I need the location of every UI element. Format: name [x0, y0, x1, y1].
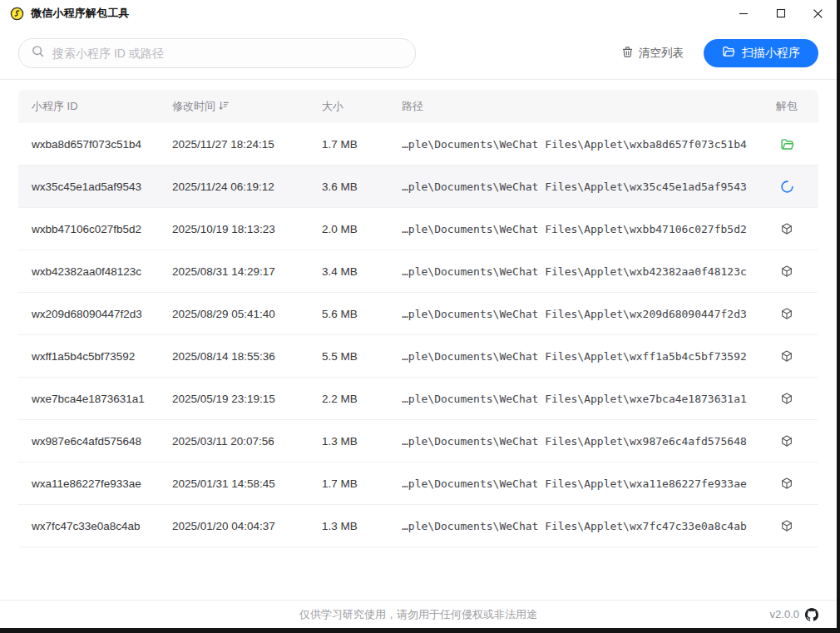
scan-button[interactable]: 扫描小程序 [704, 39, 818, 67]
miniprogram-id: wxb42382aa0f48123c [32, 265, 172, 278]
miniprogram-id: wxe7bca4e1873631a1 [32, 393, 172, 405]
file-size: 2.0 MB [322, 223, 402, 235]
screen-edge-right [837, 0, 840, 633]
table-row[interactable]: wx209d68090447f2d3 2025/08/29 05:41:40 5… [18, 293, 818, 335]
file-size: 5.6 MB [322, 308, 402, 320]
app-logo-icon [10, 7, 24, 21]
modified-time: 2025/05/19 23:19:15 [172, 393, 322, 405]
maximize-button[interactable] [762, 0, 799, 27]
loading-spinner-icon [778, 178, 795, 195]
file-size: 1.7 MB [322, 477, 402, 490]
file-path: …ple\Documents\WeChat Files\Applet\wxe7b… [402, 393, 768, 405]
table-row[interactable]: wxba8d657f073c51b4 2025/11/27 18:24:15 1… [18, 123, 818, 166]
file-path: …ple\Documents\WeChat Files\Applet\wxa11… [402, 477, 768, 490]
disclaimer-text: 仅供学习研究使用，请勿用于任何侵权或非法用途 [299, 607, 537, 622]
folder-open-icon [722, 45, 735, 61]
unpack-package-icon[interactable] [778, 475, 795, 492]
file-size: 3.6 MB [322, 181, 402, 193]
table-row[interactable]: wx987e6c4afd575648 2025/03/11 20:07:56 1… [18, 420, 818, 462]
toolbar: 清空列表 扫描小程序 [0, 27, 837, 80]
modified-time: 2025/08/14 18:55:36 [172, 350, 322, 363]
file-path: …ple\Documents\WeChat Files\Applet\wxba8… [402, 138, 768, 151]
unpack-package-icon[interactable] [778, 305, 795, 322]
file-path: …ple\Documents\WeChat Files\Applet\wx209… [402, 308, 768, 320]
table-row[interactable]: wxff1a5b4c5bf73592 2025/08/14 18:55:36 5… [18, 335, 818, 378]
file-size: 2.2 MB [322, 393, 402, 405]
miniprogram-id: wxbb47106c027fb5d2 [32, 223, 172, 235]
clear-list-label: 清空列表 [639, 46, 684, 61]
miniprogram-id: wx209d68090447f2d3 [32, 308, 172, 320]
file-size: 3.4 MB [322, 265, 402, 278]
table-row[interactable]: wx35c45e1ad5af9543 2025/11/24 06:19:12 3… [18, 166, 818, 208]
file-path: …ple\Documents\WeChat Files\Applet\wxff1… [402, 350, 768, 363]
file-path: …ple\Documents\WeChat Files\Applet\wx35c… [402, 181, 768, 193]
header-unpack: 解包 [768, 99, 805, 114]
unpack-package-icon[interactable] [778, 263, 795, 279]
table-header: 小程序 ID 修改时间 大小 路径 解包 [18, 90, 818, 123]
open-folder-result-icon[interactable] [778, 136, 795, 152]
trash-icon [621, 46, 634, 61]
file-path: …ple\Documents\WeChat Files\Applet\wxb42… [402, 265, 768, 278]
miniprogram-id: wx987e6c4afd575648 [32, 435, 172, 448]
modified-time: 2025/01/31 14:58:45 [172, 477, 322, 490]
window-controls [724, 0, 837, 27]
file-path: …ple\Documents\WeChat Files\Applet\wx987… [402, 435, 768, 448]
screen-edge-bottom [0, 628, 840, 633]
table-row[interactable]: wxa11e86227fe933ae 2025/01/31 14:58:45 1… [18, 462, 818, 505]
file-size: 5.5 MB [322, 350, 402, 363]
file-size: 1.3 MB [322, 435, 402, 448]
table-row[interactable]: wxbb47106c027fb5d2 2025/10/19 18:13:23 2… [18, 208, 818, 250]
file-size: 1.3 MB [322, 520, 402, 532]
unpack-package-icon[interactable] [778, 433, 795, 449]
search-input[interactable] [52, 47, 403, 60]
unpack-package-icon[interactable] [778, 517, 795, 534]
unpack-package-icon[interactable] [778, 348, 795, 364]
minimize-button[interactable] [724, 0, 762, 27]
header-path: 路径 [402, 99, 768, 114]
modified-time: 2025/08/29 05:41:40 [172, 308, 322, 320]
table-row[interactable]: wx7fc47c33e0a8c4ab 2025/01/20 04:04:37 1… [18, 505, 818, 547]
miniprogram-id: wxba8d657f073c51b4 [32, 138, 172, 151]
titlebar: 微信小程序解包工具 [0, 0, 837, 27]
table-row[interactable]: wxb42382aa0f48123c 2025/08/31 14:29:17 3… [18, 250, 818, 293]
file-path: …ple\Documents\WeChat Files\Applet\wxbb4… [402, 223, 768, 235]
close-button[interactable] [799, 0, 837, 27]
modified-time: 2025/08/31 14:29:17 [172, 265, 322, 278]
file-size: 1.7 MB [322, 138, 402, 151]
search-icon [31, 44, 45, 62]
miniprogram-id: wxff1a5b4c5bf73592 [32, 350, 172, 363]
github-icon[interactable] [805, 608, 818, 621]
scan-button-label: 扫描小程序 [742, 46, 800, 61]
miniprogram-id: wxa11e86227fe933ae [32, 477, 172, 490]
header-size: 大小 [322, 99, 402, 114]
unpack-package-icon[interactable] [778, 220, 795, 237]
clear-list-button[interactable]: 清空列表 [621, 46, 684, 61]
modified-time: 2025/10/19 18:13:23 [172, 223, 322, 235]
header-mtime-sortable[interactable]: 修改时间 [172, 99, 322, 114]
file-path: …ple\Documents\WeChat Files\Applet\wx7fc… [402, 520, 768, 532]
window-title: 微信小程序解包工具 [31, 6, 130, 21]
modified-time: 2025/11/24 06:19:12 [172, 181, 322, 193]
table-row[interactable]: wxe7bca4e1873631a1 2025/05/19 23:19:15 2… [18, 378, 818, 420]
unpack-package-icon[interactable] [778, 390, 795, 407]
miniprogram-id: wx35c45e1ad5af9543 [32, 181, 172, 193]
modified-time: 2025/11/27 18:24:15 [172, 138, 322, 151]
sort-descending-icon [218, 100, 230, 114]
miniprogram-table: 小程序 ID 修改时间 大小 路径 解包 wxba8d657f073c51b [0, 80, 837, 600]
modified-time: 2025/01/20 04:04:37 [172, 520, 322, 532]
app-window: 微信小程序解包工具 [0, 0, 837, 628]
table-body: wxba8d657f073c51b4 2025/11/27 18:24:15 1… [18, 123, 818, 547]
header-id: 小程序 ID [32, 99, 172, 114]
version-label: v2.0.0 [770, 608, 799, 621]
search-box[interactable] [18, 38, 416, 68]
modified-time: 2025/03/11 20:07:56 [172, 435, 322, 448]
miniprogram-id: wx7fc47c33e0a8c4ab [32, 520, 172, 532]
footer: 仅供学习研究使用，请勿用于任何侵权或非法用途 v2.0.0 [0, 600, 837, 628]
